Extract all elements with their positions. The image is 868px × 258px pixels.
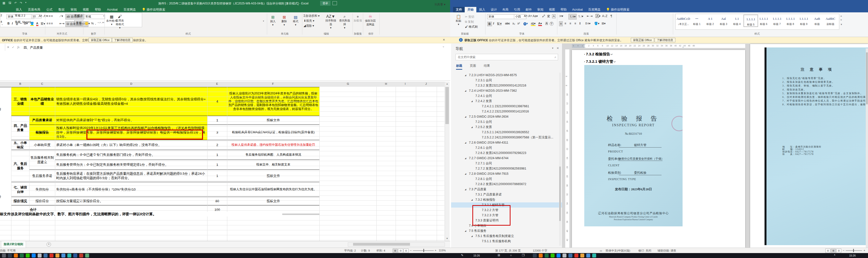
- clear-button[interactable]: ◢清除 ▾: [304, 24, 314, 28]
- nav-item[interactable]: ◢7.2.5 GWDC-2024-MM-2634: [451, 114, 562, 119]
- styles-down-icon[interactable]: ⏷: [840, 19, 842, 22]
- shading-icon[interactable]: 🪣▾: [594, 22, 599, 25]
- read-mode-icon[interactable]: ▤: [826, 249, 830, 253]
- taskbar-icon[interactable]: [2, 254, 6, 258]
- copy-button[interactable]: ⧉ 复制: [465, 20, 474, 24]
- track-changes-indicator[interactable]: 修订: 关闭: [638, 249, 651, 253]
- expand-icon[interactable]: ◢: [465, 187, 466, 192]
- style-gallery-item[interactable]: 1.1.1.1标题 6: [757, 15, 771, 26]
- text-effects-icon[interactable]: 🅐▾: [523, 22, 528, 25]
- taskbar-icon[interactable]: [533, 254, 537, 258]
- excel-tab-7[interactable]: Acrobat: [104, 7, 121, 12]
- phonetic-icon[interactable]: 変▾: [40, 22, 45, 26]
- scrollbar-thumb[interactable]: [866, 52, 868, 104]
- taskbar-icon[interactable]: [50, 254, 54, 258]
- learn-more-button[interactable]: 了解详细信息: [655, 38, 675, 42]
- taskbar-icon[interactable]: [85, 254, 89, 258]
- cut-button[interactable]: ✂ 剪切: [465, 15, 474, 19]
- column-header-E[interactable]: E: [216, 82, 218, 85]
- increase-font-icon[interactable]: A˄: [39, 14, 42, 18]
- pen-icon[interactable]: ✎: [461, 254, 463, 257]
- align-right-icon[interactable]: ≡: [569, 22, 571, 25]
- page-indicator[interactable]: 第 177 页, 共 206 页: [495, 249, 521, 253]
- close-warning-icon[interactable]: ✕: [443, 38, 445, 41]
- expand-icon[interactable]: ◢: [465, 73, 466, 78]
- nav-item[interactable]: ◢7.3.2 检验报告: [451, 197, 562, 202]
- nav-item[interactable]: 7.2.6.2 发票24212000000079298223: [451, 150, 562, 156]
- nav-item[interactable]: 7.3.1 产品质量承诺: [451, 192, 562, 197]
- word-tab-5[interactable]: 引用: [511, 7, 523, 12]
- paste-button[interactable]: 📋粘贴▾: [454, 14, 463, 26]
- taskbar-icon[interactable]: [32, 254, 36, 258]
- font-color-icon[interactable]: A▾: [538, 22, 542, 26]
- enclose-char-icon[interactable]: 字: [550, 22, 554, 26]
- word-tab-11[interactable]: 百度网盘: [586, 7, 603, 12]
- expand-icon[interactable]: ◢: [471, 99, 473, 104]
- save-icon[interactable]: 🖫: [8, 1, 11, 5]
- insert-function-icon[interactable]: fx: [17, 45, 20, 49]
- expand-icon[interactable]: ◢: [465, 88, 466, 94]
- excel-tab-9[interactable]: 💡 操作说明搜索: [139, 7, 168, 12]
- word-tab-2[interactable]: 插入: [476, 7, 488, 12]
- name-box[interactable]: [0, 44, 5, 51]
- print-layout-icon[interactable]: ▦: [831, 249, 836, 253]
- nav-item[interactable]: ◢7.5.1 售后服务相关制度建立: [451, 233, 562, 239]
- formula-bar-value[interactable]: 四、产品质量: [24, 45, 43, 50]
- nav-item[interactable]: ◢7.2.5.2 发票: [451, 124, 562, 130]
- start-button[interactable]: ⊞: [498, 254, 500, 257]
- format-painter-button[interactable]: 🖌 格式刷: [465, 25, 477, 29]
- undo-icon[interactable]: ↶: [14, 1, 17, 5]
- cell-style-item[interactable]: 2: [0, 14, 2, 17]
- nav-item[interactable]: ◢7.2.6 GWDC-2024-MM-4311: [451, 140, 562, 145]
- line-spacing-icon[interactable]: ⇕≡▾: [585, 22, 590, 25]
- zoom-in-icon[interactable]: +: [864, 249, 865, 252]
- word-vertical-scrollbar[interactable]: [866, 48, 868, 248]
- currency-icon[interactable]: 🪙▾: [85, 22, 90, 25]
- format-cells-button[interactable]: ▤格式▾: [291, 15, 301, 27]
- find-select-button[interactable]: ⌕查找和选择▾: [338, 14, 351, 29]
- borders-icon[interactable]: ⊞▾: [601, 22, 606, 25]
- taskbar-icon[interactable]: [43, 254, 48, 258]
- align-center-icon[interactable]: ≡: [564, 22, 566, 25]
- word-styles-gallery[interactable]: AaBbCcDdI↓本文正...一标题 1A 1标题 2Aal标题 31.1标题…: [675, 14, 839, 30]
- font-color-icon[interactable]: A: [36, 22, 38, 26]
- excel-tab-8[interactable]: 百度网盘: [121, 7, 139, 12]
- word-tab-6[interactable]: 邮件: [523, 7, 534, 12]
- cell-style-item[interactable]: 常规: [74, 20, 84, 26]
- zoom-slider-thumb[interactable]: [423, 249, 424, 252]
- nav-item[interactable]: 7.2.4.1 合同: [451, 94, 562, 99]
- comma-icon[interactable]: ,: [95, 22, 96, 25]
- excel-grid[interactable]: 三、销售业绩 本包产品销售业绩 销售业绩排名第一得满分4分，无销售业绩得0分，其…: [0, 87, 444, 241]
- column-header-G[interactable]: G: [347, 82, 349, 85]
- column-header-F[interactable]: F: [272, 82, 274, 85]
- cell-style-item[interactable]: 常规 2 2: [15, 14, 25, 17]
- justify-icon[interactable]: ≡: [575, 22, 576, 25]
- superscript-icon[interactable]: x²: [518, 22, 520, 25]
- char-border-icon[interactable]: A: [552, 14, 556, 18]
- taskbar-icon[interactable]: [575, 254, 578, 258]
- cancel-icon[interactable]: ✕: [7, 45, 9, 49]
- taskbar-icon[interactable]: [551, 254, 555, 258]
- word-tab-8[interactable]: 视图: [546, 7, 558, 12]
- column-header-C[interactable]: C: [41, 82, 43, 85]
- styles-scroll-icon[interactable]: ▾: [263, 20, 264, 22]
- scroll-down-icon[interactable]: ▼: [445, 237, 449, 240]
- taskbar-icon[interactable]: [56, 254, 59, 258]
- column-header-J[interactable]: J: [425, 82, 427, 85]
- word-page-2[interactable]: 注 意 事 项 1、报告无红色“检验专用章”无效。2、报告未加盖红色检验单位骑缝…: [750, 44, 868, 248]
- bold-button[interactable]: B: [487, 22, 492, 26]
- taskbar-icon[interactable]: [67, 254, 71, 258]
- expand-icon[interactable]: ◢: [471, 124, 473, 130]
- nav-item[interactable]: 7.2.7.1 合同: [451, 161, 562, 166]
- zoom-slider-thumb[interactable]: [853, 249, 854, 252]
- web-layout-icon[interactable]: ▥: [836, 249, 841, 253]
- style-gallery-item[interactable]: AaBbC副标题: [824, 15, 837, 26]
- clear-format-icon[interactable]: 🖍: [542, 14, 545, 18]
- styles-more-icon[interactable]: ▼: [840, 23, 842, 26]
- score-table[interactable]: 三、销售业绩 本包产品销售业绩 销售业绩排名第一得满分4分，无销售业绩得0分，其…: [11, 87, 320, 214]
- nav-item[interactable]: ◢7.5 售后服务: [451, 228, 562, 233]
- search-icon[interactable]: ⌕: [555, 55, 556, 59]
- page-layout-view-icon[interactable]: ▤: [398, 249, 403, 253]
- spell-check-icon[interactable]: ⚏: [600, 249, 602, 252]
- get-genuine-office-button[interactable]: 获取正版 Office: [631, 38, 654, 42]
